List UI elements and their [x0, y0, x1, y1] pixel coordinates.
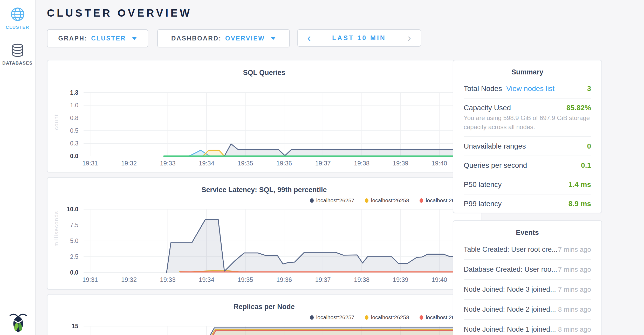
view-nodes-list-link[interactable]: View nodes list — [506, 85, 554, 93]
event-time: 7 mins ago — [558, 266, 591, 274]
summary-panel: Summary Total Nodes View nodes list 3 Ca… — [453, 60, 602, 213]
summary-row-p50-latency: P50 latency 1.4 ms — [464, 175, 591, 194]
dashboard-dropdown-value: OVERVIEW — [225, 35, 265, 42]
time-next-button[interactable]: › — [398, 30, 421, 46]
summary-row-p99-latency: P99 latency 8.9 ms — [464, 194, 591, 213]
database-icon — [11, 44, 24, 57]
svg-text:0.0: 0.0 — [70, 153, 78, 159]
svg-text:19:32: 19:32 — [121, 160, 137, 167]
event-text: Table Created: User root cre... — [464, 246, 558, 254]
summary-value: 0 — [587, 142, 591, 150]
summary-title: Summary — [453, 60, 601, 79]
svg-text:1.3: 1.3 — [70, 89, 78, 96]
svg-text:19:32: 19:32 — [121, 276, 137, 283]
replicas-per-node-chart-card: Replicas per Node ! localhost:26257local… — [47, 294, 481, 335]
svg-text:19:39: 19:39 — [393, 160, 408, 167]
time-range-selector: ‹ LAST 10 MIN › — [297, 29, 421, 47]
sql-queries-plot: 0.00.30.50.81.01.319:3119:3219:3319:3419… — [47, 60, 481, 173]
sidebar-item-databases[interactable]: DATABASES — [0, 44, 35, 66]
svg-text:19:31: 19:31 — [82, 276, 98, 283]
event-text: Node Joined: Node 2 joined... — [464, 305, 556, 313]
summary-value: 85.82% — [566, 104, 591, 112]
summary-value: 0.1 — [581, 161, 591, 170]
event-text: Node Joined: Node 1 joined... — [464, 325, 556, 333]
sql-queries-chart-card: SQL Queries ! count 0.00.30.50.81.01.319… — [47, 60, 481, 172]
svg-text:19:34: 19:34 — [199, 160, 214, 167]
chevron-down-icon — [271, 37, 276, 40]
summary-label: Total Nodes — [464, 85, 502, 93]
time-prev-button[interactable]: ‹ — [298, 30, 320, 46]
cockroach-logo-icon — [9, 313, 28, 333]
summary-label: Unavailable ranges — [464, 142, 526, 150]
svg-text:19:37: 19:37 — [315, 276, 331, 283]
summary-label: Capacity Used — [464, 104, 511, 112]
event-row: Node Joined: Node 2 joined... 8 mins ago — [464, 299, 591, 319]
graph-dropdown[interactable]: GRAPH: CLUSTER — [47, 29, 148, 47]
svg-text:19:36: 19:36 — [276, 276, 292, 283]
svg-text:19:40: 19:40 — [431, 276, 447, 283]
summary-value: 3 — [587, 85, 591, 93]
event-time: 8 mins ago — [558, 305, 591, 313]
summary-row-total-nodes: Total Nodes View nodes list 3 — [464, 79, 591, 98]
svg-text:19:38: 19:38 — [354, 160, 369, 167]
capacity-used-subtext: You are using 598.9 GiB of 697.9 GiB sto… — [464, 114, 591, 136]
event-text: Node Joined: Node 3 joined... — [464, 285, 556, 294]
sidebar-item-cluster[interactable]: CLUSTER — [0, 7, 35, 30]
summary-value: 8.9 ms — [568, 200, 591, 208]
summary-label: Queries per second — [464, 161, 527, 170]
svg-text:10.0: 10.0 — [67, 206, 78, 213]
svg-text:19:39: 19:39 — [393, 276, 408, 283]
event-time: 7 mins ago — [558, 246, 591, 254]
svg-text:19:33: 19:33 — [160, 160, 175, 167]
event-time: 7 mins ago — [558, 285, 591, 294]
dashboard-dropdown-label: DASHBOARD: — [171, 35, 222, 42]
event-row: Node Joined: Node 3 joined... 7 mins ago — [464, 279, 591, 299]
event-row: Database Created: User roo... 7 mins ago — [464, 259, 591, 279]
graph-dropdown-label: GRAPH: — [58, 35, 87, 42]
svg-text:7.5: 7.5 — [70, 222, 78, 228]
event-row: Table Created: User root cre... 7 mins a… — [464, 240, 591, 259]
chevron-down-icon — [132, 37, 137, 40]
page-title: CLUSTER OVERVIEW — [47, 7, 192, 19]
sidebar-item-label: DATABASES — [0, 61, 35, 66]
svg-text:19:35: 19:35 — [238, 276, 253, 283]
svg-text:19:35: 19:35 — [238, 160, 253, 167]
svg-text:19:34: 19:34 — [199, 276, 214, 283]
graph-dropdown-value: CLUSTER — [91, 35, 126, 42]
events-title: Events — [453, 221, 601, 240]
event-time: 8 mins ago — [558, 325, 591, 333]
service-latency-chart-card: Service Latency: SQL, 99th percentile ! … — [47, 177, 481, 290]
dashboard-dropdown[interactable]: DASHBOARD: OVERVIEW — [157, 29, 290, 47]
svg-text:19:31: 19:31 — [82, 160, 98, 167]
svg-text:19:36: 19:36 — [276, 160, 292, 167]
svg-text:0.0: 0.0 — [70, 269, 78, 276]
svg-text:5.0: 5.0 — [70, 238, 78, 244]
globe-icon — [11, 7, 25, 21]
sidebar: CLUSTER DATABASES — [0, 0, 36, 335]
summary-row-unavailable-ranges: Unavailable ranges 0 — [464, 136, 591, 156]
summary-value: 1.4 ms — [568, 180, 591, 189]
replicas-per-node-plot: 0369121519:3119:3219:3319:3419:3519:3619… — [47, 295, 481, 335]
summary-row-queries-per-second: Queries per second 0.1 — [464, 156, 591, 175]
event-row: Node Joined: Node 1 joined... 8 mins ago — [464, 319, 591, 335]
svg-text:2.5: 2.5 — [70, 253, 78, 260]
service-latency-plot: 0.02.55.07.510.019:3119:3219:3319:3419:3… — [47, 178, 481, 290]
svg-text:0.5: 0.5 — [70, 127, 78, 134]
summary-label: P50 latency — [464, 180, 502, 189]
svg-text:0.8: 0.8 — [70, 115, 78, 121]
svg-text:19:33: 19:33 — [160, 276, 175, 283]
svg-text:19:38: 19:38 — [354, 276, 369, 283]
time-range-button[interactable]: LAST 10 MIN — [320, 30, 398, 46]
events-panel: Events Table Created: User root cre... 7… — [453, 220, 602, 335]
svg-text:19:37: 19:37 — [315, 160, 331, 167]
svg-text:15: 15 — [72, 323, 78, 330]
cluster-overview-page: CLUSTER DATABASES — [0, 0, 644, 335]
svg-text:0.3: 0.3 — [70, 140, 78, 147]
event-text: Database Created: User roo... — [464, 266, 557, 274]
svg-text:19:40: 19:40 — [431, 160, 447, 167]
summary-label: P99 latency — [464, 200, 502, 208]
sidebar-item-label: CLUSTER — [0, 25, 35, 30]
svg-text:1.0: 1.0 — [70, 102, 78, 109]
